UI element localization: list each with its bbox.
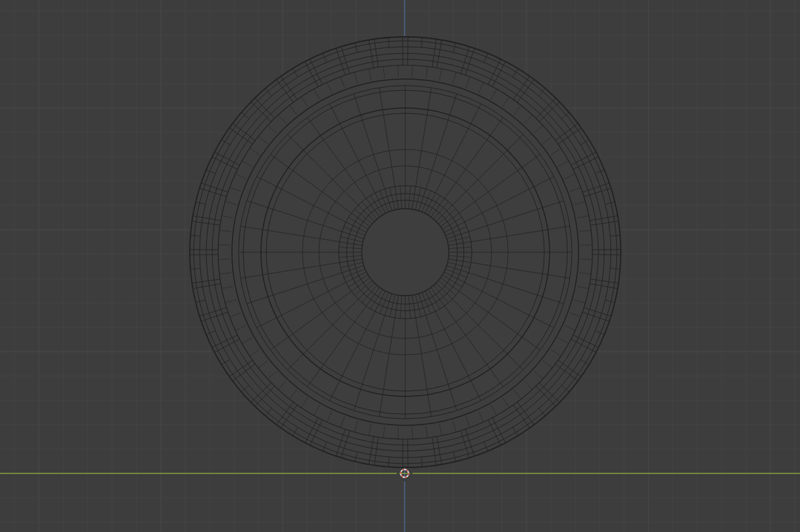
viewport-canvas[interactable] (0, 0, 800, 532)
blender-3d-viewport[interactable] (0, 0, 800, 532)
tire-wireframe-object[interactable] (190, 37, 621, 467)
